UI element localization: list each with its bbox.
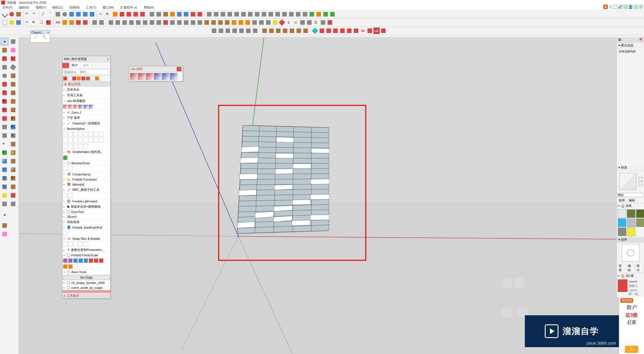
axes-icon[interactable]: ✳ [1,140,9,148]
tool-icon[interactable] [1,230,9,238]
material-swatch[interactable] [627,218,635,227]
tool-icon[interactable] [169,19,176,26]
rbc-item-axes[interactable]: ▾Axes Tools [62,270,110,275]
material-icon[interactable] [73,105,78,109]
bezier-icon[interactable] [99,132,103,136]
mat-back-icon[interactable]: ⇦ [617,204,620,208]
tool-icon[interactable] [176,11,182,17]
e-icon[interactable]: E [286,19,292,26]
rbc-item-curvizard[interactable]: ▸📐Fredo6 Curvizard [62,177,110,182]
menu-edit[interactable]: 编辑(E) [18,5,31,10]
tool-icon[interactable] [206,11,212,17]
material-preview[interactable] [619,173,636,190]
jp-icon[interactable] [63,231,68,235]
rbc-toolset-section[interactable]: ▸工具集合 [62,293,110,298]
expand-icon[interactable] [75,19,82,26]
rotate-icon[interactable]: ↻ [1,106,9,114]
mat-home-icon[interactable]: 🏠 [621,204,625,208]
eraser-tool-icon[interactable] [15,11,22,17]
wrench-icon[interactable]: 🔧 [43,35,47,39]
soap-icon[interactable] [63,242,68,246]
menu-draw[interactable]: 绘图(R) [68,5,81,10]
freehand-icon[interactable]: ∿ [9,55,17,63]
ime-lang[interactable]: 英 [609,5,612,9]
bezier-icon[interactable] [73,138,78,142]
tool-icon[interactable] [268,28,275,34]
pin-icon[interactable]: 📌 [639,38,643,42]
bezier-icon[interactable] [84,132,88,136]
menu-extensions[interactable]: 扩展程序 (x) [119,5,139,10]
tool-icon[interactable] [1,222,9,230]
le-icon[interactable]: LE [373,28,380,34]
rbc-set-origin-button[interactable]: Set Origin [63,275,110,280]
rectangle-icon[interactable] [1,63,9,71]
rbc-item-bezier[interactable]: ▾BezierSpline [62,126,110,131]
bezier-icon[interactable] [89,138,93,142]
material-swatch[interactable] [618,209,626,218]
component-preview[interactable] [622,244,639,262]
rbc-item-slicer[interactable]: ▸Slicer5 [62,214,110,219]
w-icon[interactable]: W [292,19,299,26]
tape-icon[interactable] [1,123,9,131]
tool-icon[interactable] [299,19,306,26]
bezier-icon[interactable] [94,132,98,136]
tool-icon[interactable] [238,19,244,26]
material-name-input[interactable] [617,193,643,197]
rbc-home-icon[interactable]: ⌂ [62,63,69,68]
tool-icon[interactable] [306,19,312,26]
tool-icon[interactable] [367,28,373,34]
fs-icon[interactable] [68,258,73,263]
gem-icon[interactable] [279,19,285,26]
fs-icon[interactable] [73,264,78,269]
s4u-mat-icon[interactable] [146,73,153,80]
3dtext-icon[interactable] [9,140,17,148]
rbc-item-jointpush[interactable]: ▸📘Fredo6 JointPushPull [62,225,110,230]
tool-icon[interactable] [149,19,155,26]
paint-bucket-icon[interactable] [1,46,9,54]
pushpull-icon[interactable] [112,11,118,17]
tool-icon[interactable] [233,11,240,17]
component-item-laura[interactable]: Laura 创建人 Laura... 择♀ 站... [617,279,644,297]
menu-tools[interactable]: 工具(T) [85,5,97,10]
collapse-icon[interactable] [82,19,88,26]
tool-icon[interactable] [204,19,210,26]
mat-tab-select[interactable]: 选择 [617,198,627,203]
look-around-icon[interactable]: 👁 [9,174,17,182]
arc-icon[interactable]: ⌒ [1,80,9,88]
tool-icon[interactable] [81,76,86,81]
ime-settings-icon[interactable]: ⚙ [639,5,643,9]
tool-icon[interactable] [90,76,95,81]
zoom-icon[interactable]: 🔍 [1,157,9,165]
tool-icon[interactable] [210,19,217,26]
bezier-icon[interactable] [73,132,78,136]
move-icon[interactable]: ✥ [1,97,9,105]
ime-punct-icon[interactable]: · [613,5,617,9]
cut-icon[interactable]: ✂ [25,19,31,26]
offset-icon[interactable]: ⊚ [9,114,17,122]
bezier-icon[interactable] [63,144,68,148]
cleanup-dock-header[interactable]: CleanU... × [31,30,50,34]
rbc-item-fredoscale[interactable]: ▾Fredo6 FredoScale [62,253,110,258]
top-view-icon[interactable] [75,11,82,17]
tool-icon[interactable] [68,76,72,81]
rbc-item-libfredo2[interactable]: ▸📗Fredo6 LibFredo6 [62,199,110,204]
bezier-icon[interactable] [84,144,88,148]
tool-icon[interactable] [183,11,189,17]
number-icon[interactable]: 30 [360,28,366,34]
tool-icon[interactable] [252,28,258,34]
tool-icon[interactable] [254,11,260,17]
tool-icon[interactable] [251,19,258,26]
bezier-icon[interactable] [63,132,68,136]
s4u-title[interactable]: s4u-材料 [131,67,143,71]
bezier-icon[interactable] [68,144,73,148]
tool-icon[interactable] [72,76,76,81]
menu-view[interactable]: 视图(V) [34,5,47,10]
pan-icon[interactable]: ✋ [9,149,17,157]
line-tool-icon[interactable]: ╱ [41,11,47,17]
s4u-material-panel[interactable]: s4u-材料 × [129,66,183,81]
tool-icon[interactable] [326,28,332,34]
tool-icon[interactable] [197,19,203,26]
tool-icon[interactable] [190,19,196,26]
tool-icon[interactable] [302,28,309,34]
cleanup-dock[interactable]: CleanU... × 🧹 🔧 [30,30,50,43]
